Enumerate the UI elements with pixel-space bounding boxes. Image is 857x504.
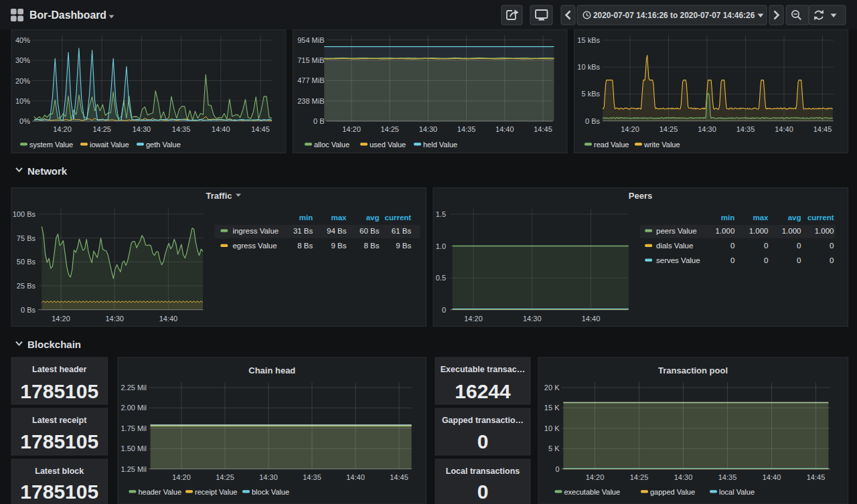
svg-text:10%: 10% <box>15 97 30 105</box>
svg-text:15 K: 15 K <box>544 404 560 412</box>
svg-text:0.5: 0.5 <box>436 274 446 282</box>
svg-text:Network: Network <box>27 165 68 177</box>
svg-text:1.25 Mil: 1.25 Mil <box>121 465 147 473</box>
svg-text:Blockchain: Blockchain <box>27 339 81 350</box>
svg-text:14:45: 14:45 <box>534 125 552 133</box>
svg-text:1.000: 1.000 <box>749 227 769 235</box>
svg-text:avg: avg <box>366 214 380 222</box>
svg-text:60 Bs: 60 Bs <box>360 227 380 235</box>
svg-text:0: 0 <box>797 242 801 250</box>
svg-text:0: 0 <box>555 465 559 473</box>
svg-text:Local transactions: Local transactions <box>446 467 520 476</box>
svg-text:715 MiB: 715 MiB <box>297 56 324 64</box>
svg-text:14:40: 14:40 <box>775 125 793 133</box>
svg-text:geth Value: geth Value <box>146 141 181 149</box>
svg-text:serves Value: serves Value <box>656 256 700 264</box>
svg-text:14:30: 14:30 <box>523 315 542 323</box>
svg-text:14:20: 14:20 <box>53 125 72 133</box>
svg-text:used Value: used Value <box>370 141 406 149</box>
svg-text:1.0: 1.0 <box>436 242 446 250</box>
svg-text:receipt Value: receipt Value <box>195 488 237 496</box>
svg-text:0 B: 0 B <box>313 117 325 125</box>
svg-text:14:30: 14:30 <box>133 125 151 133</box>
svg-text:14:25: 14:25 <box>216 473 234 481</box>
svg-text:954 MiB: 954 MiB <box>297 36 324 44</box>
svg-text:477 MiB: 477 MiB <box>297 76 324 84</box>
svg-text:held Value: held Value <box>423 141 457 149</box>
svg-text:16244: 16244 <box>455 380 511 402</box>
svg-text:1.5: 1.5 <box>436 210 446 218</box>
svg-text:14:35: 14:35 <box>303 473 321 481</box>
svg-text:14:40: 14:40 <box>159 315 178 323</box>
svg-text:9 Bs: 9 Bs <box>331 242 346 250</box>
svg-text:20%: 20% <box>15 77 30 85</box>
svg-text:14:20: 14:20 <box>342 125 361 133</box>
svg-text:Transaction pool: Transaction pool <box>658 365 728 375</box>
svg-text:15 kBs: 15 kBs <box>577 36 600 44</box>
svg-text:Peers: Peers <box>629 191 652 201</box>
svg-text:14:45: 14:45 <box>390 473 408 481</box>
svg-text:14:45: 14:45 <box>251 125 270 133</box>
svg-text:block Value: block Value <box>252 488 289 496</box>
svg-text:14:35: 14:35 <box>718 473 737 481</box>
svg-text:14:30: 14:30 <box>259 473 278 481</box>
svg-text:14:40: 14:40 <box>495 125 514 133</box>
svg-text:system Value: system Value <box>29 141 73 149</box>
svg-text:1.000: 1.000 <box>782 227 801 235</box>
svg-text:current: current <box>385 214 412 222</box>
svg-text:238 MiB: 238 MiB <box>297 97 324 105</box>
svg-text:14:20: 14:20 <box>586 473 605 481</box>
svg-text:14:40: 14:40 <box>582 315 601 323</box>
svg-text:0: 0 <box>764 256 768 264</box>
svg-text:ingress Value: ingress Value <box>232 227 279 235</box>
svg-text:0: 0 <box>830 242 834 250</box>
svg-text:1785105: 1785105 <box>20 481 98 503</box>
svg-text:2.00 Mil: 2.00 Mil <box>121 404 147 412</box>
svg-text:9 Bs: 9 Bs <box>396 242 411 250</box>
svg-text:dials Value: dials Value <box>656 242 693 250</box>
svg-text:Latest block: Latest block <box>35 467 84 476</box>
svg-text:iowait Value: iowait Value <box>90 141 129 149</box>
svg-text:20 K: 20 K <box>544 384 560 392</box>
svg-text:10 kBs: 10 kBs <box>577 63 600 71</box>
svg-text:header Value: header Value <box>138 488 181 496</box>
svg-text:max: max <box>331 214 347 222</box>
svg-text:14:40: 14:40 <box>763 473 781 481</box>
svg-text:50 Bs: 50 Bs <box>17 258 36 266</box>
svg-text:0: 0 <box>477 430 489 452</box>
svg-text:31 Bs: 31 Bs <box>293 227 313 235</box>
svg-text:0 Bs: 0 Bs <box>585 117 601 125</box>
svg-text:0%: 0% <box>19 117 30 125</box>
svg-text:14:30: 14:30 <box>419 125 438 133</box>
svg-text:5 kBs: 5 kBs <box>581 90 600 98</box>
svg-text:14:20: 14:20 <box>52 315 70 323</box>
svg-text:25 Bs: 25 Bs <box>17 282 36 290</box>
svg-text:2020-07-07 14:16:26 to 2020-07: 2020-07-07 14:16:26 to 2020-07-07 14:46:… <box>593 11 755 20</box>
svg-text:gapped Value: gapped Value <box>650 488 695 496</box>
svg-text:61 Bs: 61 Bs <box>392 227 412 235</box>
svg-text:Traffic: Traffic <box>206 191 232 201</box>
svg-text:14:20: 14:20 <box>464 315 483 323</box>
svg-text:1.75 Mil: 1.75 Mil <box>121 424 147 432</box>
svg-text:avg: avg <box>788 214 801 222</box>
svg-text:0: 0 <box>730 242 734 250</box>
svg-text:executable Value: executable Value <box>564 488 621 496</box>
svg-text:0: 0 <box>764 242 768 250</box>
svg-text:Gapped transactio…: Gapped transactio… <box>442 416 524 425</box>
svg-text:8 Bs: 8 Bs <box>364 242 379 250</box>
svg-text:1.50 Mil: 1.50 Mil <box>121 444 147 452</box>
svg-text:100 Bs: 100 Bs <box>13 210 36 218</box>
svg-text:10 K: 10 K <box>544 424 560 432</box>
svg-text:egress Value: egress Value <box>232 242 277 250</box>
svg-text:14:20: 14:20 <box>621 125 639 133</box>
svg-text:14:25: 14:25 <box>630 473 649 481</box>
svg-text:0: 0 <box>477 481 489 503</box>
svg-text:75 Bs: 75 Bs <box>17 234 36 242</box>
svg-text:14:35: 14:35 <box>172 125 191 133</box>
svg-text:local Value: local Value <box>719 488 755 496</box>
svg-text:14:40: 14:40 <box>346 473 365 481</box>
svg-text:14:45: 14:45 <box>813 125 832 133</box>
svg-text:14:25: 14:25 <box>380 125 399 133</box>
svg-text:30%: 30% <box>15 56 30 64</box>
svg-text:5 K: 5 K <box>548 444 560 452</box>
